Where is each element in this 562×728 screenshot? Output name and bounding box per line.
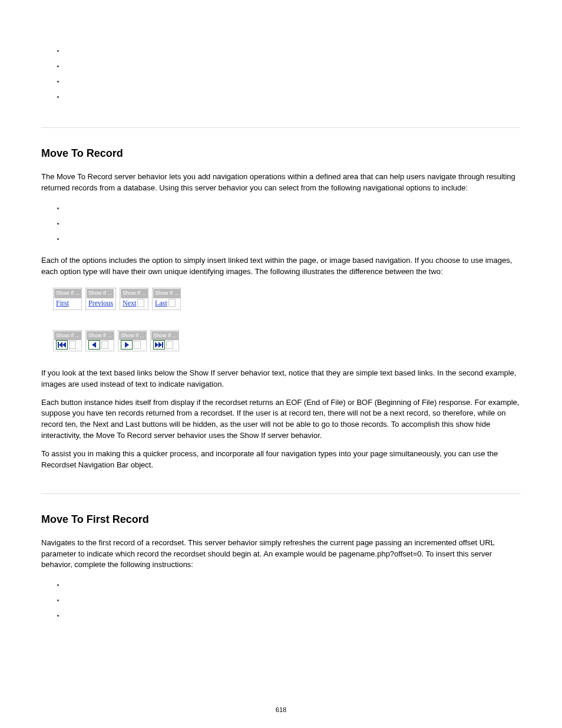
nav-first-icon-block: Show If ...	[53, 330, 82, 351]
svg-marker-3	[92, 342, 96, 348]
intro-paragraph: The Move To Record server behavior lets …	[41, 172, 521, 194]
previous-icon[interactable]	[88, 340, 100, 350]
showif-tag: Show If ...	[121, 289, 148, 298]
page-number: 618	[0, 706, 562, 715]
section-heading-move-to-record: Move To Record	[41, 146, 521, 161]
spacer-box	[168, 299, 176, 307]
nav-last-icon-block: Show If ...	[150, 330, 179, 351]
list-item	[65, 201, 521, 216]
showif-tag: Show If ...	[119, 331, 146, 340]
list-item	[65, 216, 521, 232]
nav-last-link[interactable]: Last	[155, 298, 167, 308]
spacer-box	[166, 341, 173, 349]
closing-para-3: To assist you in making this a quicker p…	[41, 449, 521, 471]
first-icon[interactable]	[56, 340, 68, 350]
section-heading-move-to-first: Move To First Record	[41, 512, 521, 527]
navbar-screenshot-icons: Show If ... Show If ... Show	[53, 330, 521, 351]
svg-marker-1	[59, 342, 62, 348]
showif-tag: Show If ...	[153, 289, 180, 298]
list-item	[65, 74, 521, 90]
spacer-box	[101, 341, 108, 349]
showif-tag: Show If ...	[54, 331, 81, 340]
svg-marker-6	[158, 342, 162, 348]
list-item	[65, 232, 521, 247]
spacer-box	[69, 341, 76, 349]
nav-next-icon-block: Show If ...	[118, 330, 147, 351]
spacer-box	[134, 341, 141, 349]
svg-rect-7	[162, 342, 163, 348]
list-item	[65, 578, 521, 593]
svg-marker-2	[62, 342, 66, 348]
nav-previous-block: Show If ... Previous	[85, 288, 116, 309]
top-bullet-list	[41, 44, 521, 105]
nav-previous-icon-block: Show If ...	[85, 330, 114, 351]
showif-tag: Show If ...	[151, 331, 178, 340]
last-icon[interactable]	[153, 340, 165, 350]
svg-marker-5	[155, 342, 158, 348]
nav-first-block: Show If ... First	[53, 288, 82, 309]
first-record-intro: Navigates to the first record of a recor…	[41, 538, 521, 571]
list-item	[65, 608, 521, 624]
navbar-screenshot-text: Show If ... First Show If ... Previous S…	[53, 288, 521, 309]
svg-rect-0	[58, 342, 59, 348]
closing-para-1: If you look at the text based links belo…	[41, 368, 521, 390]
section-divider	[41, 127, 521, 128]
spacer-box	[137, 299, 144, 307]
nav-next-link[interactable]: Next	[123, 298, 136, 308]
closing-para-2: Each button instance hides itself from d…	[41, 397, 521, 442]
list-item	[65, 593, 521, 608]
nav-first-link[interactable]: First	[56, 298, 69, 308]
svg-marker-4	[125, 342, 129, 348]
list-item	[65, 44, 521, 59]
list-item	[65, 59, 521, 74]
showif-tag: Show If ...	[87, 331, 114, 340]
nav-options-list	[41, 201, 521, 247]
showif-tag: Show If ...	[54, 289, 81, 298]
list-item	[65, 90, 521, 105]
showif-tag: Show If ...	[87, 289, 114, 298]
first-record-steps	[41, 578, 521, 624]
nav-next-block: Show If ... Next	[120, 288, 148, 309]
nav-previous-link[interactable]: Previous	[88, 298, 113, 308]
after-bullets-paragraph: Each of the options includes the option …	[41, 255, 521, 278]
nav-last-block: Show If ... Last	[152, 288, 181, 309]
section-divider	[41, 493, 521, 494]
next-icon[interactable]	[121, 340, 133, 350]
